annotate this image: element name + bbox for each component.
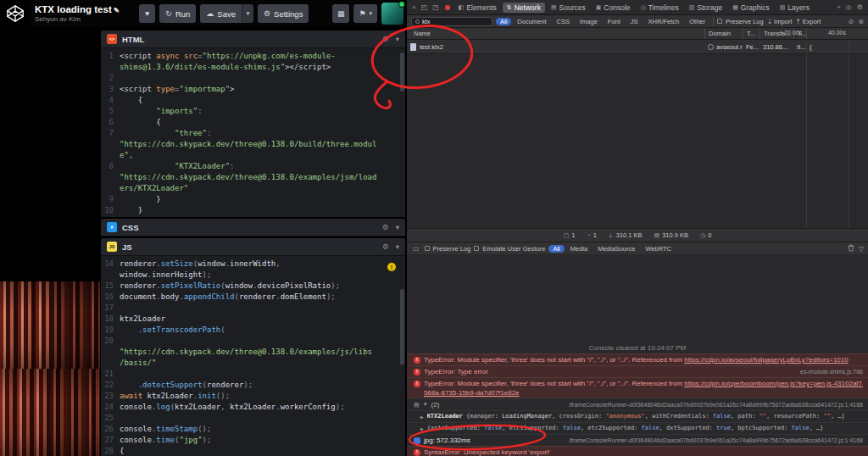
new-tab-icon[interactable]: + [835,3,843,11]
edit-pencil-icon[interactable]: ✎ [114,6,120,14]
devtools-tab-layers[interactable]: ▧Layers [776,3,814,13]
console-filter-funnel-icon[interactable]: ▽ [859,245,864,253]
dock-left-icon[interactable]: ◰ [420,3,430,11]
network-filter-other[interactable]: Other [685,18,709,25]
js-editor-gear-icon[interactable]: ⚙ [382,242,389,251]
console-message-object[interactable]: ▶{astcSupported: false, etc1Supported: f… [407,422,868,434]
console-message-time[interactable]: jpg: 572.332msiframeConsoleRunner-d0f364… [407,434,868,446]
line-number: 22 [101,380,120,391]
search-icon[interactable]: ◎ [844,3,854,11]
clear-console-icon[interactable] [848,244,854,253]
line-number: 23 [101,391,120,402]
column-name[interactable]: Name [407,28,704,39]
console-message-object[interactable]: ▶KTX2Loader {manager: LoadingManager, cr… [407,410,868,422]
save-dropdown-button[interactable]: ▾ [242,4,253,23]
console-panel-icon[interactable]: ▭ [411,245,421,253]
devtools-tab-console[interactable]: ▣Console [592,3,635,13]
network-filter-all[interactable]: All [496,18,511,25]
summary-stat-value: 310.9 KB [662,231,688,239]
console-preserve-log-checkbox[interactable] [425,246,430,251]
console-source-link[interactable]: https://cdpn.io/avseoul/fullpage/yLpBxLy… [684,356,848,364]
html-editor-header[interactable]: <> HTML ⚙▾ [101,31,405,48]
code-line: 1<script async src="https://unpkg.com/es… [101,51,405,62]
css-editor-gear-icon[interactable]: ⚙ [382,223,389,231]
network-filter-image[interactable]: Image [576,18,602,25]
html-editor-scrollbar[interactable] [400,53,404,92]
source-location[interactable]: iframeConsoleRunner-d0f3648046d2aaca07bd… [563,400,863,409]
js-editor-header[interactable]: JS JS ⚙▾ [101,238,405,256]
devtools-tab-network[interactable]: ⇅Network [503,3,545,13]
network-filter-css[interactable]: CSS [553,18,574,25]
console-filter-media[interactable]: Media [566,245,592,253]
html-editor-collapse-icon[interactable]: ▾ [396,35,399,43]
devtools-tab-sources[interactable]: ▤Sources [547,3,590,13]
js-code-area[interactable]: 14renderer.setSize(window.innerWidth,win… [101,256,405,456]
settings-label: Settings [274,9,303,19]
html-code-area[interactable]: 1<script async src="https://unpkg.com/es… [101,48,405,216]
settings-button[interactable]: ⚙Settings [258,4,309,23]
avatar[interactable] [381,3,403,25]
css-editor-collapse-icon[interactable]: ▾ [396,223,399,231]
console-message-error[interactable]: !TypeError: Type errores-module-shims.js… [407,365,868,377]
js-editor-scrollbar[interactable] [400,289,404,365]
line-number: 25 [101,413,120,424]
code-line: 27console.time("jpg"); [101,435,405,446]
console-source-link[interactable]: https://cdpn.io/cpe/boomboom/pen.js?key=… [684,380,863,387]
network-filter-document[interactable]: Document [513,18,550,25]
like-button[interactable]: ♥ [139,4,155,23]
console-filter-mediasource[interactable]: MediaSource [593,245,639,253]
summary-stat-value: 1 [593,231,597,239]
console-message-error[interactable]: !TypeError: Module specifier, 'three' do… [407,377,868,398]
network-filter-font[interactable]: Font [604,18,625,25]
network-conditions-icon[interactable]: ⊕ [858,18,864,25]
line-number [101,358,120,369]
console-message-group[interactable]: ▤▼(2)iframeConsoleRunner-d0f3648046d2aac… [407,398,868,410]
code-line: 20 [101,336,405,347]
console-log-area: Console cleared at 10:24:07 PM !TypeErro… [407,254,868,456]
devtools-tab-graphics[interactable]: ▦Graphics [728,3,774,13]
import-button[interactable]: ⇣ Import [767,18,793,25]
column-type[interactable]: T... [743,28,760,39]
disclosure-open-icon[interactable]: ▼ [423,400,428,409]
devtools-tab-elements[interactable]: ◧Elements [454,3,501,13]
export-button[interactable]: ⇡ Export [795,18,821,25]
js-editor-collapse-icon[interactable]: ▾ [396,242,399,251]
console-message-error[interactable]: !TypeError: Module specifier, 'three' do… [407,353,868,365]
dock-bottom-icon[interactable]: ◳ [431,3,441,11]
console-source-link[interactable]: 568a-8735-15b9-da7d07f1e82e [424,389,520,397]
console-filter-webrtc[interactable]: WebRTC [641,245,676,253]
devtools-tab-storage[interactable]: ▥Storage [685,3,726,13]
network-filter-js[interactable]: JS [626,18,643,25]
html-editor-gear-icon[interactable]: ⚙ [382,35,389,43]
export-icon: ⇡ [795,18,800,25]
disclosure-closed-icon[interactable]: ▶ [420,424,424,433]
lint-warning-icon[interactable]: ! [387,263,396,271]
network-filter-input[interactable]: ktx [411,17,492,26]
line-number: 17 [101,303,120,314]
save-button[interactable]: ☁Save [200,4,242,23]
source-location[interactable]: es-module-shims.js:766 [793,367,863,376]
pin-button[interactable]: ⚑▾ [353,4,377,23]
line-number [101,62,120,73]
network-request-row[interactable]: test.ktx2 avseoul.n... Fe... 310.86... 9… [407,40,868,54]
inspector-settings-icon[interactable]: ⚙ [855,3,865,11]
network-preserve-log-checkbox[interactable] [717,19,722,24]
code-line: 19 .setTranscoderPath( [101,325,405,336]
column-domain[interactable]: Domain [704,28,743,39]
console-message-error[interactable]: !SyntaxError: Unexpected keyword 'export… [407,446,868,456]
devtools-tab-timelines[interactable]: ◷Timelines [637,3,683,13]
devtools-close-icon[interactable]: × [410,3,418,11]
run-button[interactable]: ↻Run [159,4,196,23]
disable-cache-icon[interactable]: ⊘ [849,18,854,25]
network-filter-xhr-fetch[interactable]: XHR/Fetch [644,18,684,25]
source-location[interactable]: iframeConsoleRunner-d0f3648046d2aaca07bd… [563,436,863,445]
layout-button[interactable]: ▦ [332,4,350,23]
disclosure-closed-icon[interactable]: ▶ [420,412,424,421]
css-editor-header[interactable]: # CSS ⚙▾ [101,219,405,236]
filter-icon [415,19,420,24]
emulate-user-gesture-checkbox[interactable] [474,246,479,251]
ktx-texture-tile [0,369,50,456]
issues-badge[interactable] [445,5,450,10]
console-filter-all[interactable]: All [548,245,564,253]
codepen-logo-icon[interactable] [0,0,31,27]
